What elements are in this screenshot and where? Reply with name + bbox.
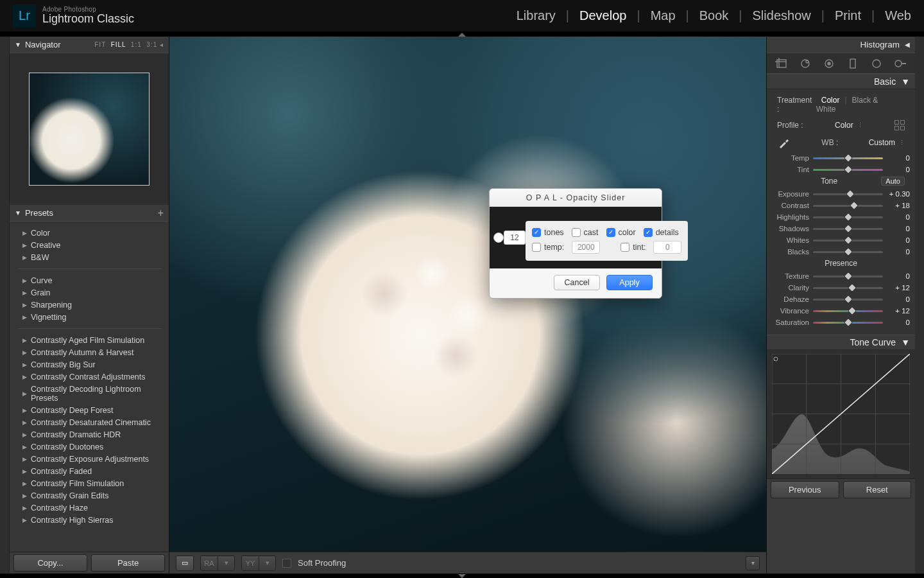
preset-folder[interactable]: ▶Contrastly Dramatic HDR bbox=[13, 428, 169, 441]
zoom-fill[interactable]: FILL bbox=[111, 41, 126, 48]
tone-curve-header[interactable]: Tone Curve▼ bbox=[767, 335, 915, 350]
module-web[interactable]: Web bbox=[885, 8, 911, 23]
auto-tone-button[interactable]: Auto bbox=[881, 177, 905, 186]
preset-folder[interactable]: ▶Contrastly Grain Edits bbox=[13, 489, 169, 502]
spot-removal-tool-icon[interactable] bbox=[796, 57, 814, 71]
before-after-split-icon[interactable]: RA bbox=[201, 556, 218, 570]
module-map[interactable]: Map bbox=[651, 8, 676, 23]
zoom-fit[interactable]: FIT bbox=[94, 41, 106, 48]
preset-folder[interactable]: ▶Contrastly Faded bbox=[13, 465, 169, 477]
left-expand-rail[interactable] bbox=[0, 37, 9, 574]
treatment-color[interactable]: Color bbox=[816, 96, 845, 105]
loupe-view-toggle[interactable]: ▭ bbox=[176, 556, 194, 571]
tint-checkbox[interactable]: tint: bbox=[620, 243, 646, 252]
redeye-tool-icon[interactable] bbox=[820, 57, 838, 71]
before-after-ud-toggle[interactable]: YY ▾ bbox=[241, 556, 276, 571]
add-preset-icon[interactable]: + bbox=[158, 207, 164, 219]
histogram-header[interactable]: Histogram ◀ bbox=[767, 37, 915, 53]
image-canvas[interactable]: O P A L - Opacity Slider bbox=[169, 37, 766, 552]
temp-checkbox[interactable]: temp: bbox=[532, 243, 564, 252]
zoom-more-icon[interactable]: ◂ bbox=[160, 41, 164, 48]
zoom-1-1[interactable]: 1:1 bbox=[131, 41, 142, 48]
paste-settings-button[interactable]: Paste bbox=[91, 554, 165, 572]
preset-folder[interactable]: ▶Contrastly Duotones bbox=[13, 441, 169, 453]
before-after-lr-toggle[interactable]: RA ▾ bbox=[200, 556, 235, 571]
details-checkbox[interactable]: details bbox=[644, 228, 679, 237]
previous-button[interactable]: Previous bbox=[771, 481, 839, 498]
preset-folder[interactable]: ▶Creative bbox=[13, 239, 169, 251]
module-print[interactable]: Print bbox=[835, 8, 861, 23]
reset-button[interactable]: Reset bbox=[843, 481, 912, 498]
preset-folder[interactable]: ▶Vignetting bbox=[13, 311, 169, 323]
vibrance-slider[interactable] bbox=[813, 306, 883, 315]
exposure-slider[interactable] bbox=[813, 189, 883, 198]
preset-folder[interactable]: ▶Contrastly High Sierras bbox=[13, 514, 169, 526]
profile-dropdown[interactable]: Color⋮ bbox=[835, 121, 863, 130]
preset-folder[interactable]: ▶Contrastly Desaturated Cinematic bbox=[13, 416, 169, 428]
color-checkbox[interactable]: color bbox=[606, 228, 636, 237]
temp-slider[interactable] bbox=[813, 153, 883, 162]
apply-button[interactable]: Apply bbox=[606, 275, 653, 290]
module-book[interactable]: Book bbox=[699, 8, 729, 23]
module-library[interactable]: Library bbox=[517, 8, 556, 23]
saturation-slider[interactable] bbox=[813, 318, 883, 327]
preset-folder[interactable]: ▶Contrastly Contrast Adjustments bbox=[13, 371, 169, 383]
cancel-button[interactable]: Cancel bbox=[554, 275, 600, 290]
tint-value-input[interactable] bbox=[653, 241, 681, 254]
highlights-slider[interactable] bbox=[813, 213, 883, 222]
temp-value-input[interactable] bbox=[572, 241, 600, 254]
graduated-filter-tool-icon[interactable] bbox=[844, 57, 862, 71]
preset-folder[interactable]: ▶Curve bbox=[13, 274, 169, 286]
contrast-slider[interactable] bbox=[813, 201, 883, 210]
toolbar-options-menu[interactable]: ▾ bbox=[746, 556, 760, 570]
preset-folder[interactable]: ▶Contrastly Exposure Adjustments bbox=[13, 453, 169, 465]
preset-folder[interactable]: ▶Contrastly Film Simulation bbox=[13, 477, 169, 489]
navigator-thumbnail[interactable] bbox=[29, 73, 150, 186]
zoom-3-1[interactable]: 3:1 bbox=[146, 41, 157, 48]
opal-dialog: O P A L - Opacity Slider bbox=[489, 188, 662, 299]
tone-curve-panel[interactable] bbox=[767, 350, 915, 478]
preset-folder[interactable]: ▶Contrastly Autumn & Harvest bbox=[13, 346, 169, 358]
svg-rect-10 bbox=[902, 63, 906, 64]
texture-slider[interactable] bbox=[813, 272, 883, 281]
tint-slider[interactable] bbox=[813, 165, 883, 174]
copy-settings-button[interactable]: Copy... bbox=[13, 554, 87, 572]
caret-right-icon: ▶ bbox=[22, 407, 27, 414]
wb-eyedropper-icon[interactable] bbox=[777, 136, 791, 150]
preset-folder[interactable]: ▶Contrastly Deep Forest bbox=[13, 404, 169, 416]
preset-folder[interactable]: ▶Grain bbox=[13, 286, 169, 299]
wb-dropdown[interactable]: Custom⋮ bbox=[869, 138, 905, 147]
shadows-slider[interactable] bbox=[813, 224, 883, 233]
right-expand-rail[interactable] bbox=[915, 37, 924, 574]
before-after-yy-menu-icon[interactable]: ▾ bbox=[259, 556, 275, 570]
radial-filter-tool-icon[interactable] bbox=[868, 57, 886, 71]
module-slideshow[interactable]: Slideshow bbox=[753, 8, 811, 23]
presets-header[interactable]: ▼ Presets + bbox=[10, 205, 169, 222]
dehaze-slider[interactable] bbox=[813, 295, 883, 304]
navigator-header[interactable]: ▼ Navigator FIT FILL 1:1 3:1 ◂ bbox=[10, 37, 169, 53]
profile-browser-icon[interactable] bbox=[894, 120, 905, 130]
preset-folder[interactable]: ▶Contrastly Aged Film Simulation bbox=[13, 334, 169, 346]
preset-folder[interactable]: ▶Contrastly Decoding Lightroom Presets bbox=[13, 383, 169, 404]
preset-folder[interactable]: ▶Color bbox=[13, 227, 169, 239]
collapse-top-notch[interactable] bbox=[0, 32, 924, 37]
opacity-value-input[interactable] bbox=[504, 231, 526, 245]
preset-folder[interactable]: ▶Contrastly Big Sur bbox=[13, 358, 169, 371]
soft-proofing-checkbox[interactable] bbox=[282, 559, 291, 568]
before-after-menu-icon[interactable]: ▾ bbox=[218, 556, 234, 570]
adjustment-brush-tool-icon[interactable] bbox=[891, 57, 909, 71]
cast-checkbox[interactable]: cast bbox=[572, 228, 599, 237]
preset-folder[interactable]: ▶Contrastly Haze bbox=[13, 502, 169, 514]
clarity-slider[interactable] bbox=[813, 283, 883, 292]
whites-slider[interactable] bbox=[813, 236, 883, 245]
preset-folder[interactable]: ▶Sharpening bbox=[13, 299, 169, 311]
crop-tool-icon[interactable] bbox=[773, 57, 791, 71]
module-develop[interactable]: Develop bbox=[579, 8, 626, 23]
loupe-view-icon[interactable]: ▭ bbox=[176, 556, 193, 570]
tones-checkbox[interactable]: tones bbox=[532, 228, 564, 237]
collapse-bottom-notch[interactable] bbox=[0, 574, 924, 578]
blacks-slider[interactable] bbox=[813, 247, 883, 256]
basic-header[interactable]: Basic▼ bbox=[767, 74, 915, 89]
before-after-yy-icon[interactable]: YY bbox=[242, 556, 259, 570]
preset-folder[interactable]: ▶B&W bbox=[13, 251, 169, 263]
